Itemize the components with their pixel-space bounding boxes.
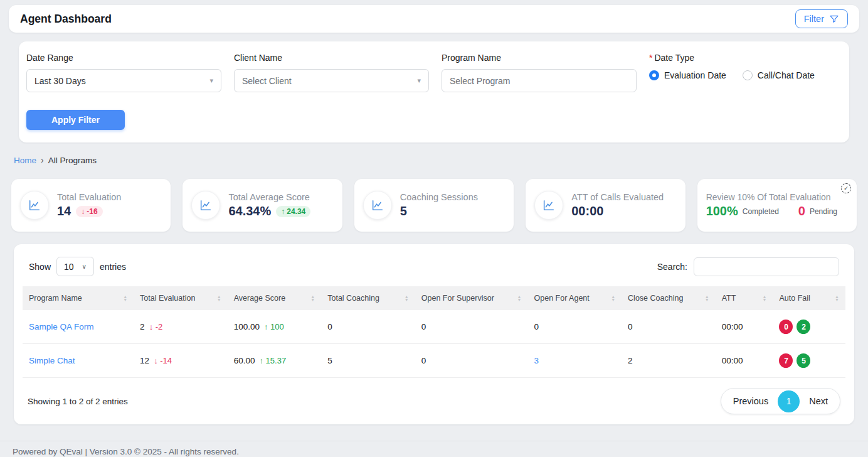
program-name-label: Program Name — [442, 53, 637, 63]
column-header-total-evaluation[interactable]: Total Evaluation▲▼ — [134, 286, 228, 310]
line-chart-icon — [191, 191, 220, 220]
search-label: Search: — [657, 262, 687, 272]
pagination: Previous 1 Next — [721, 388, 840, 414]
close-coaching-value: 0 — [622, 310, 716, 344]
breadcrumb-current: All Programs — [48, 156, 97, 165]
auto-pass-badge[interactable]: 5 — [797, 353, 810, 368]
radio-call-chat-date[interactable]: Call/Chat Date — [743, 70, 815, 80]
down-arrow-icon: ↓ — [149, 322, 154, 331]
delta-badge: ↓ -16 — [76, 206, 102, 217]
search-input[interactable] — [694, 257, 839, 276]
stat-label: ATT of Calls Evaluated — [571, 192, 664, 202]
radio-evaluation-date-label: Evaluation Date — [664, 70, 726, 80]
page-size-value: 10 — [64, 262, 74, 272]
att-value: 00:00 — [716, 310, 773, 344]
column-header-average-score[interactable]: Average Score▲▼ — [228, 286, 322, 310]
stat-card-total-evaluation: Total Evaluation 14 ↓ -16 — [11, 179, 171, 232]
table-header-row: Program Name▲▼ Total Evaluation▲▼ Averag… — [23, 286, 845, 310]
total-evaluation-value: 2 — [140, 322, 145, 331]
client-name-value: Select Client — [242, 76, 292, 86]
date-range-select[interactable]: Last 30 Days ▾ — [26, 69, 221, 92]
sort-icon: ▲▼ — [517, 295, 522, 302]
open-supervisor-value: 0 — [415, 344, 528, 378]
funnel-icon — [829, 14, 839, 24]
footer-text: Powered by QEval | Version 3.0 © 2025 - … — [13, 447, 239, 456]
column-header-close-coaching[interactable]: Close Coaching▲▼ — [622, 286, 716, 310]
sort-icon: ▲▼ — [763, 295, 767, 302]
evaluation-delta: ↓ -2 — [149, 322, 163, 331]
column-header-total-coaching[interactable]: Total Coaching▲▼ — [321, 286, 415, 310]
auto-pass-badge[interactable]: 2 — [797, 320, 810, 334]
stat-label: Coaching Sessions — [400, 192, 478, 202]
auto-fail-badge[interactable]: 7 — [779, 353, 793, 368]
date-type-field: *Date Type Evaluation Date Call/Chat Dat… — [649, 53, 844, 92]
sort-icon: ▲▼ — [405, 295, 409, 302]
score-delta: ↑ 100 — [264, 322, 284, 331]
programs-table: Program Name▲▼ Total Evaluation▲▼ Averag… — [23, 286, 845, 378]
column-header-att[interactable]: ATT▲▼ — [716, 286, 773, 310]
client-name-label: Client Name — [234, 53, 429, 63]
client-name-select[interactable]: Select Client ▾ — [234, 69, 429, 92]
caret-down-icon: ▾ — [417, 77, 421, 85]
total-coaching-value: 5 — [321, 344, 415, 378]
filter-button[interactable]: Filter — [795, 9, 848, 28]
review-pending-value: 0 — [798, 204, 805, 218]
program-name-placeholder: Select Program — [450, 76, 510, 86]
table-summary: Showing 1 to 2 of 2 entries — [28, 397, 128, 406]
down-arrow-icon: ↓ — [81, 207, 85, 216]
up-arrow-icon: ↑ — [281, 207, 285, 216]
breadcrumb-home-link[interactable]: Home — [14, 156, 36, 165]
radio-evaluation-date[interactable]: Evaluation Date — [649, 70, 726, 80]
program-name-field: Program Name Select Program — [442, 53, 637, 92]
column-header-open-for-supervisor[interactable]: Open For Supervisor▲▼ — [415, 286, 528, 310]
filter-panel: Date Range Last 30 Days ▾ Client Name Se… — [19, 41, 849, 142]
radio-selected-icon — [649, 70, 659, 80]
table-row: Sample QA Form 2↓ -2 100.00↑ 100 0 0 0 0… — [23, 310, 845, 344]
stat-card-review: Review 10% Of Total Evaluation 100% Comp… — [697, 179, 857, 232]
review-completed-label: Completed — [743, 207, 779, 216]
entries-label: entries — [100, 262, 126, 272]
auto-fail-badge[interactable]: 0 — [779, 320, 793, 334]
date-range-value: Last 30 Days — [34, 76, 86, 86]
apply-filter-button[interactable]: Apply Filter — [26, 110, 125, 130]
total-coaching-value: 0 — [321, 310, 415, 344]
page-number-button[interactable]: 1 — [778, 390, 800, 412]
page-size-select[interactable]: 10 ∨ — [56, 257, 94, 276]
total-evaluation-value: 12 — [140, 356, 149, 365]
line-chart-icon — [534, 191, 563, 220]
next-page-button[interactable]: Next — [800, 396, 837, 406]
stat-value: 14 — [57, 204, 71, 218]
review-status-icon[interactable]: ✓ — [841, 183, 851, 193]
review-completed-value: 100% — [706, 204, 738, 218]
previous-page-button[interactable]: Previous — [724, 396, 778, 406]
column-header-program-name[interactable]: Program Name▲▼ — [23, 286, 134, 310]
caret-down-icon: ▾ — [209, 77, 213, 85]
stat-value: 00:00 — [571, 204, 603, 218]
radio-unselected-icon — [743, 70, 753, 80]
column-header-auto-fail[interactable]: Auto Fail▲▼ — [773, 286, 845, 310]
page-title: Agent Dashboard — [20, 13, 112, 26]
stat-label: Total Average Score — [228, 192, 310, 202]
review-pending-label: Pending — [810, 207, 837, 216]
column-header-open-for-agent[interactable]: Open For Agent▲▼ — [528, 286, 622, 310]
sort-icon: ▲▼ — [611, 295, 615, 302]
close-coaching-value: 2 — [622, 344, 716, 378]
programs-table-panel: Show 10 ∨ entries Search: Program Name▲▼… — [14, 244, 854, 424]
show-label: Show — [29, 262, 51, 272]
program-link[interactable]: Sample QA Form — [29, 322, 94, 331]
chevron-down-icon: ∨ — [82, 263, 87, 270]
open-agent-value: 0 — [528, 310, 622, 344]
sort-icon: ▲▼ — [217, 295, 221, 302]
stat-label: Review 10% Of Total Evaluation — [706, 192, 837, 202]
program-link[interactable]: Simple Chat — [29, 356, 75, 365]
program-name-input[interactable]: Select Program — [442, 69, 637, 92]
sort-icon: ▲▼ — [705, 295, 709, 302]
chevron-right-icon: › — [41, 155, 44, 165]
page-header: Agent Dashboard Filter — [9, 5, 859, 33]
stat-card-coaching-sessions: Coaching Sessions 5 — [354, 179, 514, 232]
open-agent-link[interactable]: 3 — [534, 356, 539, 365]
down-arrow-icon: ↓ — [154, 356, 158, 365]
score-delta: ↑ 15.37 — [259, 356, 286, 365]
up-arrow-icon: ↑ — [259, 356, 263, 365]
page-footer: Powered by QEval | Version 3.0 © 2025 - … — [0, 441, 868, 457]
